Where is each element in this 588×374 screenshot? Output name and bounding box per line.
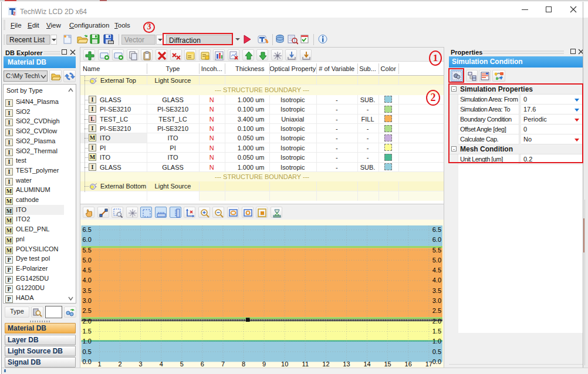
svg-text:5: 5 xyxy=(180,360,184,368)
svg-text:3.5: 3.5 xyxy=(83,287,92,294)
svg-text:3.0: 3.0 xyxy=(432,297,441,304)
svg-text:17: 17 xyxy=(425,360,432,368)
svg-text:0.0: 0.0 xyxy=(432,358,441,365)
svg-text:2: 2 xyxy=(119,360,122,368)
svg-text:3.5: 3.5 xyxy=(432,287,441,294)
svg-text:6.0: 6.0 xyxy=(83,236,92,243)
svg-text:2.0: 2.0 xyxy=(83,318,92,325)
svg-text:1: 1 xyxy=(97,360,101,368)
svg-text:1.0: 1.0 xyxy=(83,338,92,345)
svg-text:6.5: 6.5 xyxy=(432,226,441,233)
svg-text:4.5: 4.5 xyxy=(83,267,92,274)
svg-text:8: 8 xyxy=(242,360,245,368)
svg-text:1.0: 1.0 xyxy=(432,338,441,345)
svg-text:2.5: 2.5 xyxy=(83,307,92,314)
svg-text:1.5: 1.5 xyxy=(83,328,92,335)
svg-text:6.5: 6.5 xyxy=(83,226,92,233)
svg-text:6.0: 6.0 xyxy=(432,236,441,243)
svg-text:4.5: 4.5 xyxy=(432,267,441,274)
svg-text:0.5: 0.5 xyxy=(432,348,441,355)
svg-text:14: 14 xyxy=(363,360,370,368)
svg-text:5.0: 5.0 xyxy=(432,257,441,264)
svg-text:0.0: 0.0 xyxy=(83,358,92,365)
svg-text:2.0: 2.0 xyxy=(432,318,441,325)
svg-text:13: 13 xyxy=(343,360,350,368)
svg-text:1.5: 1.5 xyxy=(432,328,441,335)
svg-text:5.5: 5.5 xyxy=(432,247,441,254)
svg-text:2: 2 xyxy=(13,11,16,16)
svg-text:4.0: 4.0 xyxy=(83,277,92,284)
svg-text:5.5: 5.5 xyxy=(83,247,92,254)
svg-text:3: 3 xyxy=(139,360,143,368)
svg-text:2.5: 2.5 xyxy=(432,307,441,314)
svg-text:6: 6 xyxy=(201,360,204,368)
svg-text:10: 10 xyxy=(281,360,288,368)
svg-text:4.0: 4.0 xyxy=(432,277,441,284)
svg-text:11: 11 xyxy=(302,360,309,368)
svg-text:9: 9 xyxy=(262,360,266,368)
svg-text:7: 7 xyxy=(221,360,225,368)
svg-text:15: 15 xyxy=(384,360,391,368)
svg-text:0.5: 0.5 xyxy=(83,348,92,355)
svg-text:4: 4 xyxy=(160,360,163,368)
svg-text:12: 12 xyxy=(322,360,329,368)
svg-text:16: 16 xyxy=(405,360,412,368)
svg-text:3.0: 3.0 xyxy=(83,297,92,304)
svg-text:5.0: 5.0 xyxy=(83,257,92,264)
